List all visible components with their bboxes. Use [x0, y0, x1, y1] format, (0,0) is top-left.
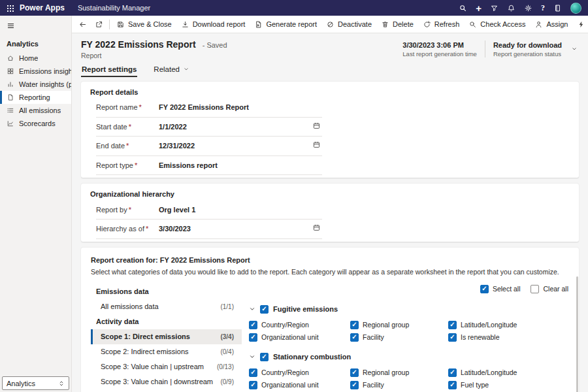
refresh-button[interactable]: Refresh	[418, 17, 465, 31]
category-label: Scope 2: Indirect emissions	[101, 348, 189, 355]
field-value[interactable]: 1/1/2022	[159, 123, 311, 131]
add-button[interactable]: +	[476, 3, 482, 13]
app-name[interactable]: Power Apps	[20, 3, 65, 12]
sidebar-item-scorecards[interactable]: Scorecards	[0, 117, 71, 130]
checkbox-checked-icon	[448, 321, 457, 329]
header-collapse-button[interactable]	[570, 43, 579, 56]
checkbox-checked-icon	[350, 368, 359, 377]
checkbox-label: Country/Region	[261, 368, 309, 376]
saved-status: - Saved	[203, 41, 227, 49]
sidebar-item-water-insights[interactable]: Water insights (previ…	[0, 78, 71, 91]
flow-button[interactable]: Flow	[572, 17, 588, 31]
record-title-block: FY 2022 Emissions Report - Saved Report	[81, 39, 227, 59]
filter-button[interactable]	[490, 4, 498, 12]
attribute-checkbox[interactable]: Facility	[350, 381, 448, 389]
sidebar-item-reporting[interactable]: Reporting	[0, 91, 71, 104]
help-button[interactable]: ?	[541, 4, 545, 12]
check-access-button[interactable]: Check Access	[464, 17, 530, 31]
download-report-button[interactable]: Download report	[176, 17, 250, 31]
save-and-close-button[interactable]: Save & Close	[112, 17, 176, 31]
category-scope3-downstream[interactable]: Scope 3: Value chain | downstream (0/9)	[91, 374, 242, 389]
popout-icon	[95, 20, 103, 29]
required-marker: *	[146, 225, 148, 233]
report-creation-title: Report creation for: FY 2022 Emissions R…	[91, 256, 574, 264]
clear-all-checkbox[interactable]: Clear all	[531, 285, 568, 293]
open-in-new-window-button[interactable]	[91, 17, 107, 31]
sidebar-toggle-button[interactable]	[5, 20, 16, 33]
section-checkbox[interactable]	[260, 353, 269, 361]
category-group-label: Activity data	[91, 314, 242, 329]
waffle-menu-button[interactable]	[0, 0, 20, 16]
field-value[interactable]: FY 2022 Emissions Report	[159, 103, 322, 111]
checkbox-label: Latitude/Longitude	[461, 321, 517, 329]
deactivate-button[interactable]: Deactivate	[321, 17, 376, 31]
command-label: Refresh	[434, 20, 460, 28]
sidebar-item-all-emissions[interactable]: All emissions	[0, 104, 71, 117]
section-checkbox[interactable]	[260, 305, 269, 314]
category-count: (0/9)	[220, 378, 234, 385]
panel-scrollbar[interactable]	[576, 276, 578, 392]
category-scope1[interactable]: Scope 1: Direct emissions (3/4)	[91, 329, 242, 344]
field-start-date: Start date* 1/1/2022	[96, 118, 322, 137]
guide-button[interactable]	[553, 4, 562, 12]
assign-button[interactable]: Assign	[530, 17, 572, 31]
attribute-checkbox[interactable]: Is renewable	[448, 333, 574, 342]
sidebar-section-label: Analytics	[0, 35, 71, 52]
attribute-checkbox[interactable]: Latitude/Longitude	[448, 368, 574, 377]
date-picker-button[interactable]	[311, 223, 322, 234]
attribute-checkbox[interactable]: Country/Region	[249, 368, 350, 377]
attribute-checkbox[interactable]: Facility	[350, 333, 448, 342]
chevron-down-icon[interactable]	[249, 353, 255, 360]
attribute-checkbox[interactable]: Latitude/Longitude	[448, 321, 574, 329]
category-scope3-upstream[interactable]: Scope 3: Value chain | upstream (0/13)	[91, 359, 242, 374]
delete-button[interactable]: Delete	[376, 17, 418, 31]
category-scope2[interactable]: Scope 2: Indirect emissions (0/4)	[91, 344, 242, 359]
select-all-checkbox[interactable]: Select all	[480, 285, 521, 293]
sidebar-item-home[interactable]: Home	[0, 52, 71, 65]
date-picker-button[interactable]	[311, 140, 322, 151]
date-picker-button[interactable]	[311, 122, 322, 132]
field-value[interactable]: 3/30/2023	[159, 225, 311, 233]
attribute-checkbox[interactable]: Regional group	[350, 368, 448, 377]
tab-label: Related	[154, 65, 180, 73]
avatar[interactable]	[570, 3, 581, 14]
checkbox-checked-icon	[249, 368, 257, 377]
field-report-type: Report type* Emissions report	[96, 156, 322, 176]
category-all-emissions-data[interactable]: All emissions data (1/1)	[91, 299, 242, 314]
field-value[interactable]: 12/31/2022	[159, 142, 311, 150]
calendar-icon	[312, 122, 321, 130]
sidebar-item-emissions-insights[interactable]: Emissions insights	[0, 65, 71, 78]
generate-report-icon	[254, 20, 263, 29]
attribute-checkbox[interactable]: Organizational unit	[249, 381, 350, 389]
settings-button[interactable]	[524, 4, 532, 12]
attribute-checkbox[interactable]: Fuel type	[448, 381, 574, 389]
generate-report-button[interactable]: Generate report	[250, 17, 321, 31]
field-report-by: Report by* Org level 1	[96, 200, 322, 220]
field-value[interactable]: Org level 1	[159, 206, 322, 214]
command-label: Download report	[193, 20, 246, 28]
generation-time-block: 3/30/2023 3:06 PM Last report generation…	[402, 41, 477, 57]
chevron-down-icon[interactable]	[249, 306, 255, 312]
tab-report-settings[interactable]: Report settings	[81, 65, 137, 77]
field-value[interactable]: Emissions report	[159, 161, 322, 169]
back-button[interactable]	[74, 17, 91, 31]
app-window: Power Apps Sustainability Manager + ?	[0, 0, 588, 392]
checkbox-checked-icon	[249, 381, 257, 389]
sidebar-item-label: Scorecards	[19, 120, 56, 127]
attribute-checkbox[interactable]: Regional group	[350, 321, 448, 329]
attribute-checkbox[interactable]: Organizational unit	[249, 333, 350, 342]
area-switcher[interactable]: Analytics	[2, 376, 69, 390]
gear-icon	[524, 4, 532, 12]
search-button[interactable]	[459, 4, 467, 12]
chevron-down-icon	[183, 66, 189, 73]
category-count: (0/4)	[220, 348, 234, 355]
environment-name[interactable]: Sustainability Manager	[78, 4, 150, 12]
tab-related[interactable]: Related	[153, 65, 190, 77]
command-label: Generate report	[266, 20, 317, 28]
checkbox-checked-icon	[350, 333, 359, 342]
download-icon	[181, 20, 189, 29]
notifications-button[interactable]	[507, 4, 515, 12]
field-label: Report by*	[96, 206, 159, 214]
calendar-icon	[312, 140, 321, 149]
attribute-checkbox[interactable]: Country/Region	[249, 321, 350, 329]
